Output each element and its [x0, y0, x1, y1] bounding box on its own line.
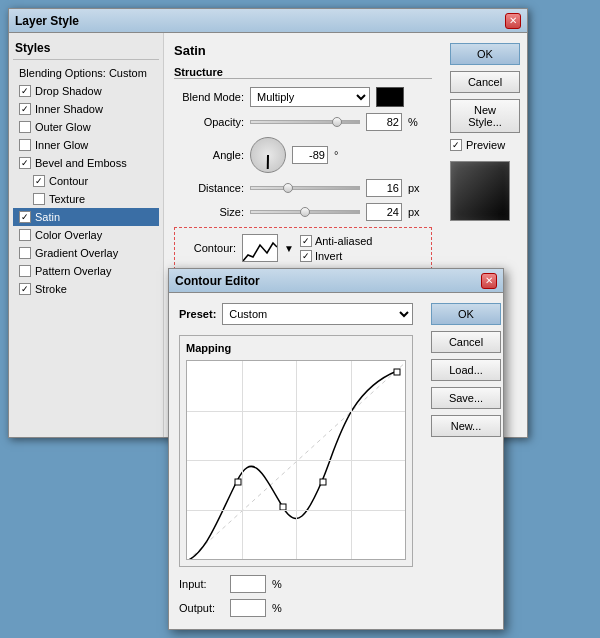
size-row: Size: px [174, 203, 432, 221]
contour-save-button[interactable]: Save... [431, 387, 501, 409]
opacity-label: Opacity: [174, 116, 244, 128]
drop-shadow-checkbox[interactable] [19, 85, 31, 97]
size-slider[interactable] [250, 210, 360, 214]
angle-line-indicator [267, 155, 269, 169]
sidebar-item-pattern-overlay[interactable]: Pattern Overlay [13, 262, 159, 280]
color-overlay-label: Color Overlay [35, 229, 102, 241]
distance-input[interactable] [366, 179, 402, 197]
sidebar-title: Styles [13, 37, 159, 60]
input-label: Input: [179, 578, 224, 590]
sidebar-item-satin[interactable]: Satin [13, 208, 159, 226]
size-thumb[interactable] [300, 207, 310, 217]
distance-thumb[interactable] [283, 183, 293, 193]
output-label: Output: [179, 602, 224, 614]
contour-editor-body: Preset: Custom Mapping [169, 293, 503, 629]
inner-glow-label: Inner Glow [35, 139, 88, 151]
sidebar-item-blending-options[interactable]: Blending Options: Custom [13, 64, 159, 82]
control-point-2[interactable] [320, 479, 326, 485]
layer-style-close-button[interactable]: ✕ [505, 13, 521, 29]
preset-row: Preset: Custom [179, 303, 413, 325]
new-style-button[interactable]: New Style... [450, 99, 520, 133]
color-overlay-checkbox[interactable] [19, 229, 31, 241]
inner-glow-checkbox[interactable] [19, 139, 31, 151]
size-unit: px [408, 206, 420, 218]
texture-checkbox[interactable] [33, 193, 45, 205]
angle-input[interactable] [292, 146, 328, 164]
control-point-4[interactable] [394, 369, 400, 375]
sidebar-item-outer-glow[interactable]: Outer Glow [13, 118, 159, 136]
distance-slider[interactable] [250, 186, 360, 190]
sidebar-item-color-overlay[interactable]: Color Overlay [13, 226, 159, 244]
contour-new-button[interactable]: New... [431, 415, 501, 437]
curve-canvas[interactable] [186, 360, 406, 560]
sidebar-item-gradient-overlay[interactable]: Gradient Overlay [13, 244, 159, 262]
invert-checkbox[interactable] [300, 250, 312, 262]
preview-checkbox[interactable] [450, 139, 462, 151]
input-value[interactable] [230, 575, 266, 593]
blend-mode-select[interactable]: Multiply [250, 87, 370, 107]
sidebar-item-inner-shadow[interactable]: Inner Shadow [13, 100, 159, 118]
sidebar-item-drop-shadow[interactable]: Drop Shadow [13, 82, 159, 100]
contour-ok-button[interactable]: OK [431, 303, 501, 325]
output-value[interactable] [230, 599, 266, 617]
ok-button[interactable]: OK [450, 43, 520, 65]
opacity-unit: % [408, 116, 418, 128]
satin-label: Satin [35, 211, 60, 223]
sidebar-item-texture[interactable]: Texture [13, 190, 159, 208]
control-point-3[interactable] [235, 479, 241, 485]
angle-dial[interactable] [250, 137, 286, 173]
preview-label: Preview [466, 139, 505, 151]
opacity-thumb[interactable] [332, 117, 342, 127]
preset-label: Preset: [179, 308, 216, 320]
cancel-button[interactable]: Cancel [450, 71, 520, 93]
gradient-overlay-checkbox[interactable] [19, 247, 31, 259]
input-unit: % [272, 578, 282, 590]
contour-thumbnail[interactable] [242, 234, 278, 262]
blend-mode-row: Blend Mode: Multiply [174, 87, 432, 107]
angle-unit: ° [334, 149, 338, 161]
sidebar-item-inner-glow[interactable]: Inner Glow [13, 136, 159, 154]
stroke-checkbox[interactable] [19, 283, 31, 295]
sidebar-item-bevel-emboss[interactable]: Bevel and Emboss [13, 154, 159, 172]
size-label: Size: [174, 206, 244, 218]
texture-label: Texture [49, 193, 85, 205]
contour-load-button[interactable]: Load... [431, 359, 501, 381]
grid-v3 [351, 361, 352, 559]
pattern-overlay-checkbox[interactable] [19, 265, 31, 277]
contour-editor-dialog: Contour Editor ✕ Preset: Custom Mapping [168, 268, 504, 630]
contour-editor-close-button[interactable]: ✕ [481, 273, 497, 289]
distance-row: Distance: px [174, 179, 432, 197]
contour-label: Contour: [181, 242, 236, 254]
contour-label: Contour [49, 175, 88, 187]
contour-checkbox[interactable] [33, 175, 45, 187]
grid-v1 [242, 361, 243, 559]
anti-aliased-label: Anti-aliased [315, 235, 372, 247]
size-input[interactable] [366, 203, 402, 221]
sidebar-item-contour[interactable]: Contour [13, 172, 159, 190]
distance-unit: px [408, 182, 420, 194]
angle-label: Angle: [174, 149, 244, 161]
angle-row: Angle: ° [174, 137, 432, 173]
opacity-slider[interactable] [250, 120, 360, 124]
invert-row: Invert [300, 250, 372, 262]
structure-subsection-title: Structure [174, 66, 432, 79]
contour-dropdown-icon[interactable]: ▼ [284, 243, 294, 254]
outer-glow-checkbox[interactable] [19, 121, 31, 133]
pattern-overlay-label: Pattern Overlay [35, 265, 111, 277]
inner-shadow-checkbox[interactable] [19, 103, 31, 115]
blending-options-label: Blending Options: Custom [19, 67, 147, 79]
blend-color-swatch[interactable] [376, 87, 404, 107]
layer-style-title: Layer Style [15, 14, 79, 28]
preview-row: Preview [450, 139, 519, 151]
bevel-emboss-checkbox[interactable] [19, 157, 31, 169]
gradient-overlay-label: Gradient Overlay [35, 247, 118, 259]
contour-cancel-button[interactable]: Cancel [431, 331, 501, 353]
anti-aliased-checkbox[interactable] [300, 235, 312, 247]
preset-select[interactable]: Custom [222, 303, 413, 325]
sidebar-item-stroke[interactable]: Stroke [13, 280, 159, 298]
opacity-input[interactable] [366, 113, 402, 131]
satin-checkbox[interactable] [19, 211, 31, 223]
outer-glow-label: Outer Glow [35, 121, 91, 133]
contour-editor-main: Preset: Custom Mapping [169, 293, 423, 629]
opacity-row: Opacity: % [174, 113, 432, 131]
